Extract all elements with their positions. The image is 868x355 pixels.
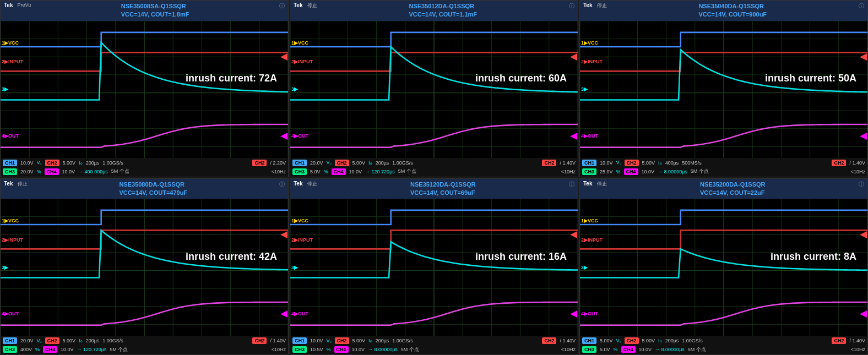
scope-screen-3: ◀◀ 1▶VCC 2▶INPUT 3▶ 4▶OUT inrush current…	[580, 21, 867, 158]
ch4-val-5: 10.0V	[352, 347, 365, 352]
waveform-svg-6: ◀◀	[580, 199, 867, 336]
ch3-sym-2: %	[324, 169, 328, 174]
svg-text:◀: ◀	[280, 130, 288, 141]
scope-screen-6: ◀◀ 1▶VCC 2▶INPUT 3▶ 4▶OUT inrush current…	[580, 199, 867, 336]
ch1-label-3: 1▶VCC	[581, 40, 598, 46]
ch2-ext-badge-4: CH2	[252, 337, 267, 344]
waveform-svg-1: ◀◀	[1, 21, 288, 158]
scope-panel-5: Tek 停止 NSE35120DA-Q1SSQRVCC=14V, COUT=69…	[290, 178, 578, 356]
scope-screen-5: ◀◀ 1▶VCC 2▶INPUT 3▶ 4▶OUT inrush current…	[290, 199, 578, 336]
arrow-val-3: → 8.00000µs	[658, 169, 687, 174]
inrush-label-1: inrush current: 72A	[186, 73, 277, 84]
ch1-badge-5: CH1	[292, 337, 307, 344]
ch2-label-4: 2▶INPUT	[2, 237, 23, 243]
ch3-badge-2: CH3	[292, 168, 307, 175]
pts-5: 5M 个点	[401, 346, 558, 353]
ch1-badge-1: CH1	[3, 160, 17, 166]
tek-logo-2: Tek	[294, 2, 303, 8]
status-1: PreVu	[18, 2, 31, 8]
ch1-val-1: 10.0V	[20, 160, 34, 166]
time-6: 200µs	[665, 338, 679, 343]
ch2-sym-4: I₀	[79, 338, 83, 343]
scope-title-3: NSE35040DA-Q1SSQRVCC=14V, COUT=900uF	[698, 2, 767, 19]
rate-5: 1.00GS/s	[392, 338, 539, 343]
svg-text:◀: ◀	[280, 308, 288, 319]
ch3-label-3: 3▶	[581, 86, 588, 92]
ch3-val-2: 5.0V	[310, 169, 321, 174]
svg-text:◀: ◀	[570, 130, 578, 141]
ch3-badge-4: CH3	[3, 346, 17, 353]
ch3-badge-1: CH3	[3, 168, 17, 175]
ch2-val-3: 5.00V	[642, 160, 655, 166]
ch4-label-1: 4▶OUT	[2, 133, 19, 139]
scope-panel-1: Tek PreVu NSE35008SA-Q1SSQRVCC=14V, COUT…	[0, 0, 289, 177]
scope-header-3: Tek 停止 NSE35040DA-Q1SSQRVCC=14V, COUT=90…	[580, 1, 867, 21]
info-icon-1: ⓘ	[279, 2, 285, 10]
freq-4: <10Hz	[272, 347, 286, 352]
scope-screen-1: ◀◀ 1▶VCC 2▶INPUT 3▶ 4▶OUT inrush current…	[1, 21, 288, 158]
ch2-ext-4: / 1.40V	[270, 338, 286, 343]
ch4-badge-3: CH4	[624, 168, 638, 175]
ch2-val-1: 5.00V	[63, 160, 76, 166]
inrush-label-6: inrush current: 8A	[771, 251, 856, 263]
ch2-sym-3: I₀	[658, 160, 662, 166]
ch2-label-5: 2▶INPUT	[291, 237, 313, 243]
tek-logo-4: Tek	[4, 181, 13, 187]
ch2-badge-2: CH2	[335, 160, 349, 166]
ch4-val-2: 10.0V	[349, 169, 362, 174]
ch1-val-2: 20.0V	[310, 160, 323, 166]
freq-6: <10Hz	[851, 347, 865, 352]
freq-5: <10Hz	[561, 347, 576, 352]
ch1-val-6: 5.00V	[600, 338, 613, 343]
ch3-sym-6: %	[614, 347, 618, 352]
info-icon-2: ⓘ	[569, 2, 574, 10]
ch3-label-1: 3▶	[2, 86, 8, 92]
info-icon-6: ⓘ	[859, 181, 864, 188]
ch2-ext-badge-3: CH2	[832, 160, 846, 166]
ch4-label-6: 4▶OUT	[581, 311, 598, 316]
scope-footer-3: CH1 10.0V V꜀ CH2 5.00V I₀ 400µs 500MS/s …	[580, 158, 867, 177]
tek-logo-6: Tek	[583, 181, 593, 187]
ch4-badge-2: CH4	[332, 168, 346, 175]
inrush-label-2: inrush current: 60A	[475, 73, 567, 84]
ch3-label-2: 3▶	[291, 86, 298, 92]
ch2-sym-2: I₀	[368, 160, 372, 166]
scope-header-5: Tek 停止 NSE35120DA-Q1SSQRVCC=14V, COUT=69…	[290, 179, 578, 199]
status-2: 停止	[307, 2, 317, 9]
ch4-val-4: 10.0V	[61, 347, 74, 352]
ch2-ext-5: / 1.40V	[560, 338, 576, 343]
ch3-val-1: 20.0V	[20, 169, 34, 174]
inrush-label-4: inrush current: 42A	[186, 251, 277, 263]
info-icon-4: ⓘ	[279, 181, 285, 188]
scope-footer-2: CH1 20.0V V꜀ CH2 5.00V I₀ 200µs 1.00GS/s…	[290, 158, 578, 177]
time-3: 400µs	[665, 160, 679, 166]
time-1: 200µs	[86, 160, 100, 166]
ch1-sym-4: V꜀	[37, 338, 42, 344]
svg-text:◀: ◀	[860, 130, 867, 141]
ch1-label-1: 1▶VCC	[2, 40, 19, 46]
ch1-badge-2: CH1	[292, 160, 307, 166]
ch2-sym-6: I₀	[658, 338, 662, 343]
arrow-val-2: → 120.720µs	[365, 169, 395, 174]
ch3-sym-5: %	[327, 347, 331, 352]
ch1-badge-6: CH1	[582, 337, 596, 344]
freq-1: <10Hz	[272, 169, 286, 174]
ch2-label-1: 2▶INPUT	[2, 59, 23, 64]
ch2-badge-6: CH2	[625, 337, 639, 344]
rate-4: 1.00GS/s	[102, 338, 249, 343]
ch3-badge-3: CH3	[582, 168, 596, 175]
scope-panel-6: Tek 停止 NSE35200DA-Q1SSQRVCC=14V, COUT=22…	[579, 178, 868, 356]
ch4-val-3: 10.0V	[642, 169, 655, 174]
rate-2: 1.00GS/s	[392, 160, 539, 166]
ch2-badge-5: CH2	[335, 337, 349, 344]
ch2-ext-3: / 1.40V	[849, 160, 865, 166]
scope-panel-4: Tek 停止 NSE35080DA-Q1SSQRVCC=14V, COUT=47…	[0, 178, 289, 356]
ch1-val-5: 10.0V	[310, 338, 323, 343]
ch4-label-3: 4▶OUT	[581, 133, 598, 139]
svg-text:◀: ◀	[570, 308, 578, 319]
ch2-val-4: 5.00V	[63, 338, 76, 343]
status-6: 停止	[597, 181, 607, 188]
arrow-val-4: → 120.720µs	[77, 347, 107, 352]
scope-header-4: Tek 停止 NSE35080DA-Q1SSQRVCC=14V, COUT=47…	[1, 179, 288, 199]
ch4-badge-4: CH4	[43, 346, 57, 353]
